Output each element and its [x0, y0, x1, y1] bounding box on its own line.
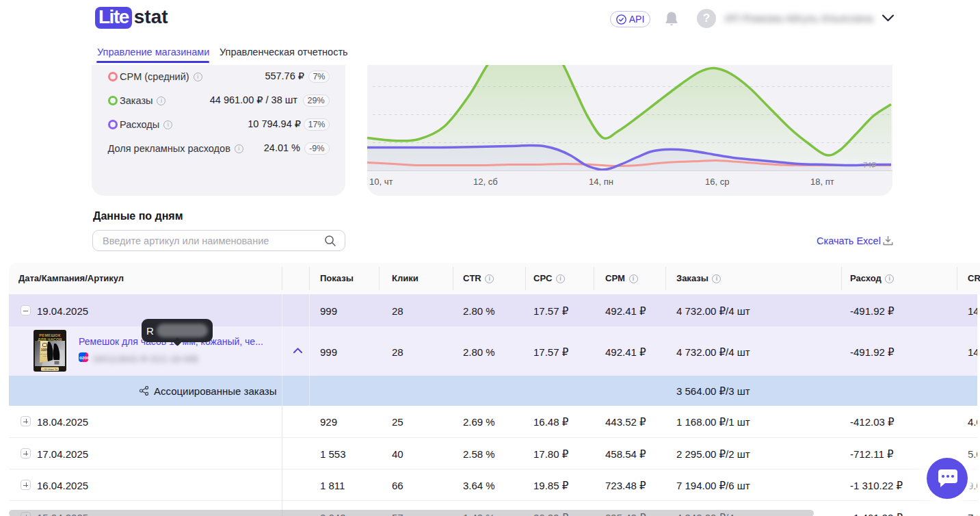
- svg-text:РЕМЕШОК: РЕМЕШОК: [39, 333, 61, 337]
- svg-text:кожа: кожа: [43, 355, 47, 357]
- svg-text:74₽: 74₽: [863, 161, 876, 169]
- svg-text:≈ 30 сЬмот Зв: ≈ 30 сЬмот Зв: [42, 368, 57, 371]
